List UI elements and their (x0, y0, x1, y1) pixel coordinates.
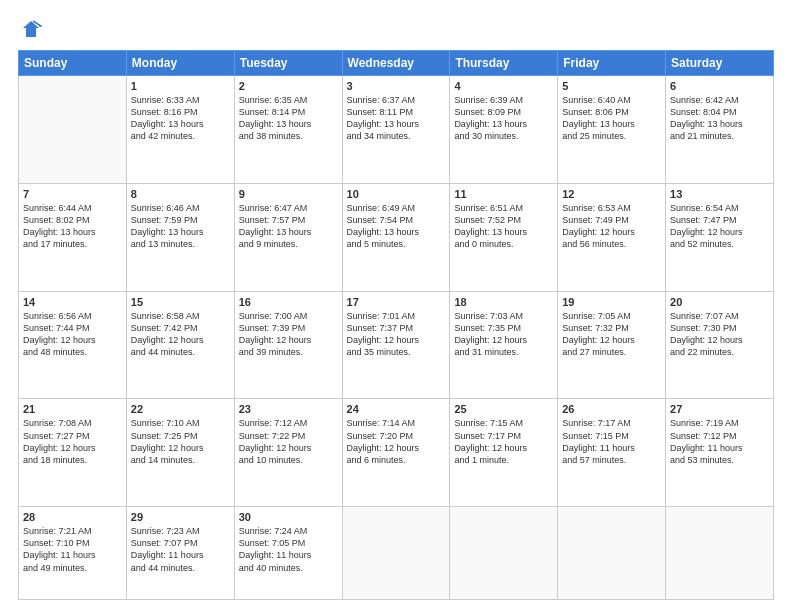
calendar-cell: 27Sunrise: 7:19 AM Sunset: 7:12 PM Dayli… (666, 399, 774, 507)
cell-info: Sunrise: 6:40 AM Sunset: 8:06 PM Dayligh… (562, 94, 661, 143)
calendar-cell: 23Sunrise: 7:12 AM Sunset: 7:22 PM Dayli… (234, 399, 342, 507)
cell-info: Sunrise: 7:19 AM Sunset: 7:12 PM Dayligh… (670, 417, 769, 466)
cell-info: Sunrise: 7:00 AM Sunset: 7:39 PM Dayligh… (239, 310, 338, 359)
calendar-table: SundayMondayTuesdayWednesdayThursdayFrid… (18, 50, 774, 600)
calendar-cell (450, 507, 558, 600)
cell-info: Sunrise: 6:44 AM Sunset: 8:02 PM Dayligh… (23, 202, 122, 251)
day-number: 3 (347, 80, 446, 92)
day-header-wednesday: Wednesday (342, 51, 450, 76)
cell-info: Sunrise: 6:54 AM Sunset: 7:47 PM Dayligh… (670, 202, 769, 251)
calendar-cell: 15Sunrise: 6:58 AM Sunset: 7:42 PM Dayli… (126, 291, 234, 399)
calendar-week-row: 7Sunrise: 6:44 AM Sunset: 8:02 PM Daylig… (19, 183, 774, 291)
calendar-cell: 6Sunrise: 6:42 AM Sunset: 8:04 PM Daylig… (666, 76, 774, 184)
day-number: 2 (239, 80, 338, 92)
cell-info: Sunrise: 6:49 AM Sunset: 7:54 PM Dayligh… (347, 202, 446, 251)
calendar-cell: 17Sunrise: 7:01 AM Sunset: 7:37 PM Dayli… (342, 291, 450, 399)
calendar-header-row: SundayMondayTuesdayWednesdayThursdayFrid… (19, 51, 774, 76)
day-number: 12 (562, 188, 661, 200)
day-number: 1 (131, 80, 230, 92)
calendar-cell: 8Sunrise: 6:46 AM Sunset: 7:59 PM Daylig… (126, 183, 234, 291)
cell-info: Sunrise: 7:03 AM Sunset: 7:35 PM Dayligh… (454, 310, 553, 359)
calendar-cell: 20Sunrise: 7:07 AM Sunset: 7:30 PM Dayli… (666, 291, 774, 399)
cell-info: Sunrise: 7:14 AM Sunset: 7:20 PM Dayligh… (347, 417, 446, 466)
cell-info: Sunrise: 6:39 AM Sunset: 8:09 PM Dayligh… (454, 94, 553, 143)
day-header-monday: Monday (126, 51, 234, 76)
day-number: 30 (239, 511, 338, 523)
calendar-cell: 5Sunrise: 6:40 AM Sunset: 8:06 PM Daylig… (558, 76, 666, 184)
calendar-cell: 3Sunrise: 6:37 AM Sunset: 8:11 PM Daylig… (342, 76, 450, 184)
day-header-tuesday: Tuesday (234, 51, 342, 76)
day-header-friday: Friday (558, 51, 666, 76)
calendar-cell (19, 76, 127, 184)
day-number: 28 (23, 511, 122, 523)
calendar-week-row: 1Sunrise: 6:33 AM Sunset: 8:16 PM Daylig… (19, 76, 774, 184)
calendar-cell: 4Sunrise: 6:39 AM Sunset: 8:09 PM Daylig… (450, 76, 558, 184)
calendar-cell: 10Sunrise: 6:49 AM Sunset: 7:54 PM Dayli… (342, 183, 450, 291)
cell-info: Sunrise: 7:23 AM Sunset: 7:07 PM Dayligh… (131, 525, 230, 574)
day-number: 10 (347, 188, 446, 200)
calendar-cell: 2Sunrise: 6:35 AM Sunset: 8:14 PM Daylig… (234, 76, 342, 184)
calendar-cell (558, 507, 666, 600)
cell-info: Sunrise: 7:24 AM Sunset: 7:05 PM Dayligh… (239, 525, 338, 574)
day-number: 17 (347, 296, 446, 308)
cell-info: Sunrise: 6:51 AM Sunset: 7:52 PM Dayligh… (454, 202, 553, 251)
cell-info: Sunrise: 7:15 AM Sunset: 7:17 PM Dayligh… (454, 417, 553, 466)
calendar-cell: 28Sunrise: 7:21 AM Sunset: 7:10 PM Dayli… (19, 507, 127, 600)
day-number: 18 (454, 296, 553, 308)
calendar-cell: 1Sunrise: 6:33 AM Sunset: 8:16 PM Daylig… (126, 76, 234, 184)
calendar-cell: 21Sunrise: 7:08 AM Sunset: 7:27 PM Dayli… (19, 399, 127, 507)
day-number: 11 (454, 188, 553, 200)
day-number: 16 (239, 296, 338, 308)
day-number: 20 (670, 296, 769, 308)
calendar-cell: 22Sunrise: 7:10 AM Sunset: 7:25 PM Dayli… (126, 399, 234, 507)
day-header-thursday: Thursday (450, 51, 558, 76)
cell-info: Sunrise: 7:08 AM Sunset: 7:27 PM Dayligh… (23, 417, 122, 466)
day-number: 24 (347, 403, 446, 415)
day-number: 7 (23, 188, 122, 200)
day-number: 26 (562, 403, 661, 415)
calendar-cell: 30Sunrise: 7:24 AM Sunset: 7:05 PM Dayli… (234, 507, 342, 600)
day-number: 19 (562, 296, 661, 308)
day-number: 15 (131, 296, 230, 308)
calendar-week-row: 28Sunrise: 7:21 AM Sunset: 7:10 PM Dayli… (19, 507, 774, 600)
day-number: 13 (670, 188, 769, 200)
day-number: 25 (454, 403, 553, 415)
calendar-week-row: 14Sunrise: 6:56 AM Sunset: 7:44 PM Dayli… (19, 291, 774, 399)
cell-info: Sunrise: 7:07 AM Sunset: 7:30 PM Dayligh… (670, 310, 769, 359)
day-number: 14 (23, 296, 122, 308)
cell-info: Sunrise: 6:47 AM Sunset: 7:57 PM Dayligh… (239, 202, 338, 251)
calendar-cell: 24Sunrise: 7:14 AM Sunset: 7:20 PM Dayli… (342, 399, 450, 507)
calendar-cell: 19Sunrise: 7:05 AM Sunset: 7:32 PM Dayli… (558, 291, 666, 399)
day-number: 23 (239, 403, 338, 415)
day-number: 27 (670, 403, 769, 415)
day-number: 5 (562, 80, 661, 92)
calendar-cell: 18Sunrise: 7:03 AM Sunset: 7:35 PM Dayli… (450, 291, 558, 399)
calendar-cell: 25Sunrise: 7:15 AM Sunset: 7:17 PM Dayli… (450, 399, 558, 507)
cell-info: Sunrise: 7:10 AM Sunset: 7:25 PM Dayligh… (131, 417, 230, 466)
cell-info: Sunrise: 6:53 AM Sunset: 7:49 PM Dayligh… (562, 202, 661, 251)
calendar-week-row: 21Sunrise: 7:08 AM Sunset: 7:27 PM Dayli… (19, 399, 774, 507)
cell-info: Sunrise: 7:05 AM Sunset: 7:32 PM Dayligh… (562, 310, 661, 359)
calendar-cell: 7Sunrise: 6:44 AM Sunset: 8:02 PM Daylig… (19, 183, 127, 291)
logo-icon (20, 18, 42, 40)
day-number: 9 (239, 188, 338, 200)
cell-info: Sunrise: 6:56 AM Sunset: 7:44 PM Dayligh… (23, 310, 122, 359)
cell-info: Sunrise: 7:01 AM Sunset: 7:37 PM Dayligh… (347, 310, 446, 359)
calendar-cell: 9Sunrise: 6:47 AM Sunset: 7:57 PM Daylig… (234, 183, 342, 291)
cell-info: Sunrise: 6:37 AM Sunset: 8:11 PM Dayligh… (347, 94, 446, 143)
cell-info: Sunrise: 6:42 AM Sunset: 8:04 PM Dayligh… (670, 94, 769, 143)
calendar-cell: 26Sunrise: 7:17 AM Sunset: 7:15 PM Dayli… (558, 399, 666, 507)
calendar-cell: 12Sunrise: 6:53 AM Sunset: 7:49 PM Dayli… (558, 183, 666, 291)
calendar-cell: 13Sunrise: 6:54 AM Sunset: 7:47 PM Dayli… (666, 183, 774, 291)
calendar-cell (342, 507, 450, 600)
cell-info: Sunrise: 6:33 AM Sunset: 8:16 PM Dayligh… (131, 94, 230, 143)
day-number: 22 (131, 403, 230, 415)
page: SundayMondayTuesdayWednesdayThursdayFrid… (0, 0, 792, 612)
cell-info: Sunrise: 6:46 AM Sunset: 7:59 PM Dayligh… (131, 202, 230, 251)
day-number: 21 (23, 403, 122, 415)
cell-info: Sunrise: 7:17 AM Sunset: 7:15 PM Dayligh… (562, 417, 661, 466)
cell-info: Sunrise: 6:58 AM Sunset: 7:42 PM Dayligh… (131, 310, 230, 359)
cell-info: Sunrise: 6:35 AM Sunset: 8:14 PM Dayligh… (239, 94, 338, 143)
calendar-cell: 14Sunrise: 6:56 AM Sunset: 7:44 PM Dayli… (19, 291, 127, 399)
calendar-cell: 11Sunrise: 6:51 AM Sunset: 7:52 PM Dayli… (450, 183, 558, 291)
